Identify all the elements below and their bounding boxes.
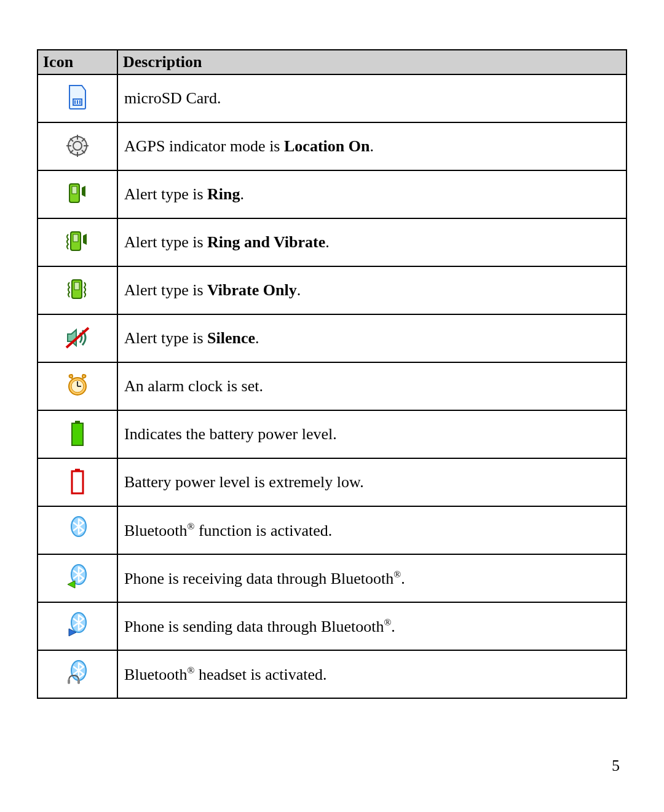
- table-row: microSD Card.: [38, 74, 626, 122]
- desc-post: .: [325, 233, 330, 251]
- battery-low-icon: [63, 466, 92, 496]
- desc-pre: Alert type is: [124, 281, 207, 299]
- desc-pre: Bluetooth: [124, 521, 188, 539]
- icon-cell: [38, 650, 117, 698]
- icon-cell: [38, 314, 117, 362]
- microsd-icon: [63, 82, 92, 112]
- icon-description-table: Icon Description microSD Card.AGPS indic…: [37, 49, 627, 699]
- svg-rect-18: [73, 234, 78, 242]
- desc-pre: Alert type is: [124, 185, 207, 203]
- description-cell: Battery power level is extremely low.: [117, 458, 626, 506]
- icon-cell: [38, 218, 117, 266]
- agps-location-on-icon: [63, 131, 92, 161]
- desc-pre: Phone is sending data through Bluetooth: [124, 617, 384, 635]
- desc-post: headset is activated.: [194, 665, 326, 683]
- description-cell: Bluetooth® function is activated.: [117, 506, 626, 554]
- description-cell: An alarm clock is set.: [117, 362, 626, 410]
- alert-ring-vibrate-icon: [63, 226, 92, 256]
- registered-mark: ®: [384, 617, 391, 627]
- desc-bold: Ring: [207, 185, 240, 203]
- svg-rect-35: [77, 679, 80, 684]
- alert-vibrate-only-icon: [63, 274, 92, 304]
- description-cell: Alert type is Vibrate Only.: [117, 266, 626, 314]
- desc-pre: Phone is receiving data through Bluetoot…: [124, 569, 393, 587]
- icon-cell: [38, 602, 117, 650]
- svg-rect-29: [72, 471, 83, 493]
- desc-post: .: [391, 617, 395, 635]
- page-content: Icon Description microSD Card.AGPS indic…: [0, 0, 664, 699]
- svg-rect-34: [68, 679, 70, 684]
- description-cell: Indicates the battery power level.: [117, 410, 626, 458]
- desc-post: .: [370, 137, 374, 155]
- header-icon: Icon: [38, 50, 117, 74]
- desc-post: .: [240, 185, 245, 203]
- desc-pre: Indicates the battery power level.: [124, 425, 337, 443]
- table-header-row: Icon Description: [38, 50, 626, 74]
- icon-cell: [38, 74, 117, 122]
- table-row: Alert type is Ring.: [38, 170, 626, 218]
- header-description: Description: [117, 50, 626, 74]
- desc-pre: Bluetooth: [124, 665, 188, 683]
- icon-cell: [38, 506, 117, 554]
- icon-cell: [38, 170, 117, 218]
- desc-post: .: [297, 281, 301, 299]
- desc-pre: An alarm clock is set.: [124, 377, 263, 395]
- desc-post: .: [255, 329, 259, 347]
- table-row: Alert type is Silence.: [38, 314, 626, 362]
- bluetooth-on-icon: [63, 514, 92, 544]
- battery-full-icon: [63, 418, 92, 448]
- table-row: Indicates the battery power level.: [38, 410, 626, 458]
- alert-silence-icon: [63, 323, 92, 352]
- desc-bold: Ring and Vibrate: [207, 233, 325, 251]
- registered-mark: ®: [393, 569, 401, 579]
- desc-pre: Alert type is: [124, 329, 207, 347]
- desc-pre: AGPS indicator mode is: [124, 137, 284, 155]
- icon-cell: [38, 266, 117, 314]
- description-cell: Phone is sending data through Bluetooth®…: [117, 602, 626, 650]
- svg-rect-15: [72, 186, 77, 194]
- description-cell: Bluetooth® headset is activated.: [117, 650, 626, 698]
- desc-bold: Location On: [284, 137, 370, 155]
- desc-bold: Silence: [207, 329, 255, 347]
- desc-pre: Battery power level is extremely low.: [124, 473, 364, 491]
- desc-pre: Alert type is: [124, 233, 207, 251]
- desc-pre: microSD Card.: [124, 89, 221, 107]
- bluetooth-send-icon: [63, 610, 92, 640]
- desc-post: function is activated.: [194, 521, 332, 539]
- description-cell: Phone is receiving data through Bluetoot…: [117, 554, 626, 602]
- icon-cell: [38, 554, 117, 602]
- table-row: Bluetooth® function is activated.: [38, 506, 626, 554]
- alert-ring-icon: [63, 178, 92, 208]
- icon-cell: [38, 122, 117, 170]
- table-row: An alarm clock is set.: [38, 362, 626, 410]
- svg-rect-20: [74, 282, 79, 290]
- table-row: Phone is receiving data through Bluetoot…: [38, 554, 626, 602]
- svg-rect-27: [72, 423, 83, 445]
- registered-mark: ®: [188, 665, 195, 675]
- description-cell: Alert type is Ring.: [117, 170, 626, 218]
- table-row: AGPS indicator mode is Location On.: [38, 122, 626, 170]
- desc-post: .: [401, 569, 405, 587]
- description-cell: Alert type is Ring and Vibrate.: [117, 218, 626, 266]
- alarm-clock-icon: [63, 370, 92, 400]
- table-row: Battery power level is extremely low.: [38, 458, 626, 506]
- desc-bold: Vibrate Only: [207, 281, 297, 299]
- description-cell: microSD Card.: [117, 74, 626, 122]
- table-row: Alert type is Ring and Vibrate.: [38, 218, 626, 266]
- icon-cell: [38, 458, 117, 506]
- table-row: Alert type is Vibrate Only.: [38, 266, 626, 314]
- svg-rect-16: [82, 189, 83, 194]
- table-row: Phone is sending data through Bluetooth®…: [38, 602, 626, 650]
- bluetooth-headset-icon: [63, 658, 92, 688]
- table-row: Bluetooth® headset is activated.: [38, 650, 626, 698]
- icon-cell: [38, 410, 117, 458]
- bluetooth-receive-icon: [63, 562, 92, 592]
- registered-mark: ®: [188, 521, 195, 531]
- icon-cell: [38, 362, 117, 410]
- description-cell: Alert type is Silence.: [117, 314, 626, 362]
- description-cell: AGPS indicator mode is Location On.: [117, 122, 626, 170]
- page-number: 5: [612, 757, 620, 775]
